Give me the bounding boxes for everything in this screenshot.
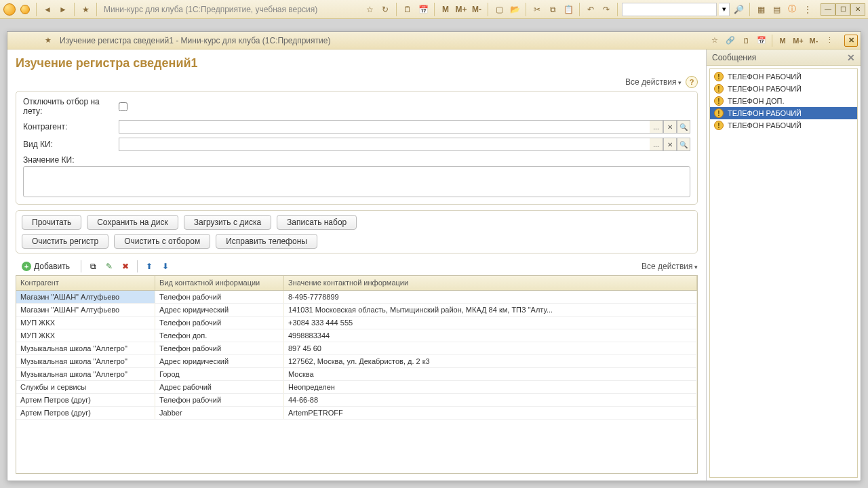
cell: Службы и сервисы (16, 381, 155, 393)
message-item[interactable]: !ТЕЛЕФОН ДОП. (710, 95, 857, 107)
select-button[interactable]: ... (650, 120, 663, 134)
copy-row-icon[interactable]: ⧉ (86, 260, 100, 273)
message-item[interactable]: !ТЕЛЕФОН РАБОЧИЙ (710, 83, 857, 95)
link-icon[interactable]: 🔗 (724, 34, 737, 47)
clear-filter-button[interactable]: Очистить с отбором (114, 234, 210, 249)
copy-icon[interactable]: ⧉ (546, 3, 559, 16)
move-up-icon[interactable]: ⬆ (142, 260, 156, 273)
table-row[interactable]: Артем Петров (друг)Телефон рабочий44-66-… (16, 394, 697, 407)
close-app-button[interactable]: ✕ (850, 3, 865, 16)
favorite-icon[interactable]: ★ (79, 3, 92, 16)
edit-row-icon[interactable]: ✎ (102, 260, 116, 273)
cell: Город (155, 368, 284, 380)
cell: Jabber (155, 407, 284, 419)
table-row[interactable]: Магазин "АШАН" АлтуфьевоАдрес юридически… (16, 304, 697, 317)
search-go-icon[interactable]: 🔎 (732, 3, 745, 16)
ki-value-textarea[interactable] (23, 166, 690, 197)
m-button[interactable]: M (776, 34, 789, 47)
m-minus-button[interactable]: M- (807, 34, 821, 47)
table-row[interactable]: Артем Петров (друг)JabberArtemPETROFF (16, 407, 697, 420)
new-doc-icon[interactable]: ▢ (492, 3, 506, 16)
menu-icon[interactable]: ⋮ (801, 3, 814, 16)
calendar-icon[interactable]: 📅 (416, 3, 430, 16)
app-logo-icon[interactable] (3, 3, 16, 16)
calendar-icon[interactable]: 📅 (755, 34, 768, 47)
message-item[interactable]: !ТЕЛЕФОН РАБОЧИЙ (710, 119, 857, 131)
star-icon[interactable]: ☆ (363, 3, 376, 16)
help-icon[interactable]: ? (686, 76, 698, 88)
clear-register-button[interactable]: Очистить регистр (22, 234, 108, 249)
counterparty-input[interactable] (119, 120, 650, 134)
windows-icon[interactable]: ▦ (754, 3, 768, 16)
table-row[interactable]: Магазин "АШАН" АлтуфьевоТелефон рабочий8… (16, 291, 697, 304)
forward-icon[interactable]: ► (56, 3, 70, 16)
write-set-button[interactable]: Записать набор (277, 215, 357, 230)
calc-icon[interactable]: 🗒 (739, 34, 753, 47)
table-row[interactable]: МУП ЖКХТелефон рабочий+3084 333 444 555 (16, 317, 697, 329)
history-icon[interactable]: ↻ (378, 3, 392, 16)
counterparty-label: Контрагент: (23, 122, 115, 131)
cell: Телефон рабочий (155, 394, 284, 406)
table-row[interactable]: Службы и сервисыАдрес рабочийНеопределен (16, 381, 697, 394)
maximize-button[interactable]: ☐ (835, 3, 850, 16)
cut-icon[interactable]: ✂ (530, 3, 544, 16)
cell: Телефон доп. (155, 329, 284, 342)
grid-all-actions-dropdown[interactable]: Все действия (642, 262, 698, 271)
info-icon[interactable]: ⓘ (785, 3, 799, 16)
m-button[interactable]: M (439, 3, 452, 16)
message-item[interactable]: !ТЕЛЕФОН РАБОЧИЙ (710, 70, 857, 83)
m-plus-button[interactable]: M+ (454, 3, 468, 16)
dropdown-icon[interactable] (26, 34, 39, 47)
messages-body[interactable]: !ТЕЛЕФОН РАБОЧИЙ!ТЕЛЕФОН РАБОЧИЙ!ТЕЛЕФОН… (709, 68, 858, 478)
cell: Неопределен (284, 381, 697, 393)
app-logo-icon[interactable] (10, 34, 24, 47)
folder-icon[interactable]: 📂 (508, 3, 521, 16)
minimize-button[interactable]: — (821, 3, 835, 16)
message-item[interactable]: !ТЕЛЕФОН РАБОЧИЙ (710, 107, 857, 119)
back-icon[interactable]: ◄ (41, 3, 54, 16)
star-icon[interactable]: ☆ (708, 34, 722, 47)
col-ki-type[interactable]: Вид контактной информации (155, 276, 284, 290)
ki-type-input[interactable] (119, 138, 650, 151)
add-button[interactable]: + Добавить (16, 259, 76, 274)
favorite-icon[interactable]: ★ (41, 34, 55, 47)
load-disk-button[interactable]: Загрузить с диска (184, 215, 271, 230)
inner-window-title: Изучение регистра сведений1 - Мини-курс … (60, 36, 330, 45)
paste-icon[interactable]: 📋 (561, 3, 575, 16)
select-button[interactable]: ... (650, 138, 663, 151)
cell: МУП ЖКХ (16, 329, 155, 342)
lookup-icon[interactable]: 🔍 (677, 120, 690, 134)
all-actions-dropdown[interactable]: Все действия (625, 77, 682, 87)
panels-icon[interactable]: ▤ (770, 3, 783, 16)
search-input[interactable] (622, 3, 717, 16)
calc-icon[interactable]: 🗒 (401, 3, 414, 16)
save-disk-button[interactable]: Сохранить на диск (87, 215, 178, 230)
table-row[interactable]: Музыкальная школа "Аллегро"Телефон рабоч… (16, 342, 697, 355)
grid-body[interactable]: Магазин "АШАН" АлтуфьевоТелефон рабочий8… (16, 291, 697, 473)
outer-toolbar: ◄ ► ★ Мини-курс для клуба (1С:Предприяти… (0, 0, 868, 19)
grid-header: Контрагент Вид контактной информации Зна… (16, 276, 697, 291)
m-minus-button[interactable]: M- (470, 3, 484, 16)
table-row[interactable]: Музыкальная школа "Аллегро"Адрес юридиче… (16, 355, 697, 368)
cell: Телефон рабочий (155, 291, 284, 303)
menu-icon[interactable]: ⋮ (823, 34, 836, 47)
col-counterparty[interactable]: Контрагент (16, 276, 155, 290)
move-down-icon[interactable]: ⬇ (159, 260, 172, 273)
redo-icon[interactable]: ↷ (599, 3, 613, 16)
disable-onfly-checkbox[interactable] (119, 102, 127, 111)
close-window-button[interactable]: ✕ (844, 35, 858, 47)
search-dropdown-icon[interactable]: ▾ (719, 3, 730, 16)
delete-row-icon[interactable]: ✖ (119, 260, 132, 273)
clear-button[interactable]: ✕ (663, 138, 677, 151)
col-ki-value[interactable]: Значение контактной информации (284, 276, 697, 290)
table-row[interactable]: Музыкальная школа "Аллегро"ГородМосква (16, 368, 697, 381)
read-button[interactable]: Прочитать (22, 215, 81, 230)
clear-button[interactable]: ✕ (663, 120, 677, 134)
fix-phones-button[interactable]: Исправить телефоны (216, 234, 317, 249)
m-plus-button[interactable]: M+ (791, 34, 805, 47)
undo-icon[interactable]: ↶ (584, 3, 597, 16)
table-row[interactable]: МУП ЖКХТелефон доп.4998883344 (16, 329, 697, 342)
dropdown-icon[interactable] (18, 3, 32, 16)
close-messages-icon[interactable]: ✕ (847, 52, 855, 63)
lookup-icon[interactable]: 🔍 (677, 138, 690, 151)
